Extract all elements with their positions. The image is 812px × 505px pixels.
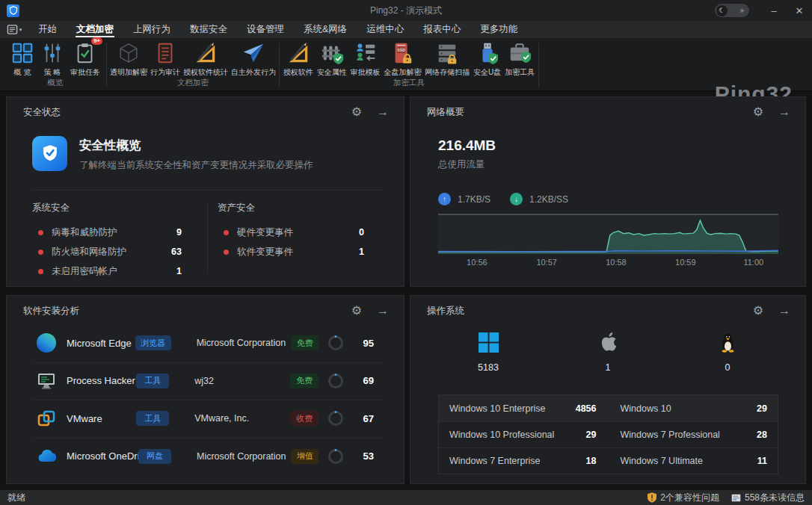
ribbon-button-secure-usb[interactable]: 安全U盘 (472, 41, 502, 78)
software-name: Process Hacker (67, 375, 136, 386)
stat-value: 1 (176, 266, 182, 276)
ribbon-button-authorized-software[interactable]: 授权软件 (282, 41, 315, 78)
total-traffic-label: 总使用流量 (438, 158, 485, 171)
tab-internet-behavior[interactable]: 上网行为 (123, 21, 180, 38)
ribbon-button-security-attributes[interactable]: 安全属性 (316, 41, 348, 78)
ribbon-button-label: 审批任务 (70, 67, 100, 78)
status-bar: 就绪 2个兼容性问题 558条未读信息 (0, 489, 812, 505)
security-status-panel: 安全状态 ⚙ → 安全性概览 了解终端当前系统安全性和资产变更情况并采取必要操作… (6, 96, 405, 287)
total-traffic-value: 216.4MB (438, 137, 496, 154)
chart-x-axis: 10:5610:5710:5810:5911:00 (438, 258, 778, 268)
os-count: 1 (606, 362, 611, 373)
ribbon-button-authorized-software-stats[interactable]: 授权软件统计 (182, 41, 230, 78)
gear-icon[interactable]: ⚙ (351, 305, 362, 317)
os-version-count: 18 (586, 456, 597, 466)
security-stat-row: 未启用密码帐户 1 (32, 261, 182, 281)
ribbon-button-behavior-audit[interactable]: 行为审计 (149, 41, 182, 78)
stat-value: 1 (359, 247, 364, 257)
ribbon-button-network-storage-scan[interactable]: 网络存储扫描 (423, 41, 471, 78)
red-dot-icon (224, 250, 229, 255)
score-ring (328, 449, 343, 464)
tab-document-encryption[interactable]: 文档加密 (67, 21, 123, 38)
window-title: Ping32 - 演示模式 (0, 4, 812, 17)
software-vendor: Microsoft Corporation (197, 451, 291, 462)
fence-shield-icon (320, 41, 344, 65)
software-row-vmware[interactable]: VMware 工具 VMware, Inc. 收费 67 (7, 400, 404, 438)
ribbon-button-full-disk-encryption[interactable]: SSD 全盘加解密 (382, 41, 422, 78)
unread-label: 558条未读信息 (745, 492, 805, 504)
stat-value: 63 (171, 247, 182, 257)
red-dot-icon (224, 230, 229, 235)
tab-ops-center[interactable]: 运维中心 (357, 21, 413, 38)
clipboard-check-icon: 9+ (73, 41, 97, 65)
ribbon-button-approval-template[interactable]: 审批模板 (349, 41, 382, 78)
os-version-count: 29 (586, 430, 597, 440)
red-dot-icon (38, 250, 43, 255)
software-list: Microsoft Edge 浏览器 Microsoft Corporation… (7, 324, 404, 475)
chart-tick-label: 10:57 (536, 258, 557, 267)
process-hacker-icon (37, 371, 56, 391)
ribbon-button-overview[interactable]: 概 览 (9, 41, 36, 78)
stat-label: 病毒和威胁防护 (52, 226, 117, 239)
tab-more-features[interactable]: 更多功能 (470, 21, 527, 38)
tab-data-security[interactable]: 数据安全 (180, 21, 237, 38)
software-row-onedrive[interactable]: Microsoft OneDrive 网盘 Microsoft Corporat… (7, 438, 404, 476)
theme-toggle[interactable]: ☾ ☀ (715, 4, 749, 17)
tab-report-center[interactable]: 报表中心 (413, 21, 470, 38)
chart-tick-label: 10:56 (467, 258, 487, 267)
window-controls: ☾ ☀ – ✕ (715, 0, 812, 21)
tab-device-management[interactable]: 设备管理 (237, 21, 294, 38)
os-version-name: Windows 7 Enterprise (449, 456, 541, 466)
os-version-count: 4856 (576, 403, 597, 414)
software-score: 67 (352, 413, 374, 424)
upload-rate: 1.7KB/S (458, 194, 490, 205)
ribbon-button-label: 透明加解密 (110, 67, 147, 78)
arrow-right-icon[interactable]: → (778, 305, 790, 317)
ribbon-button-label: 授权软件 (283, 67, 313, 78)
arrow-right-icon[interactable]: → (377, 106, 389, 118)
tab-start[interactable]: 开始 (28, 21, 67, 38)
os-version-table: Windows 10 Enterprise 4856 Windows 10 29… (438, 394, 778, 474)
ribbon-button-transparent-encryption[interactable]: 透明加解密 (108, 41, 149, 78)
gear-icon[interactable]: ⚙ (753, 305, 763, 317)
software-name: Microsoft OneDrive (67, 450, 138, 462)
ribbon-button-encryption-tools[interactable]: 加密工具 (503, 41, 536, 78)
arrow-right-icon[interactable]: → (377, 305, 389, 317)
section-title: 资产安全 (218, 202, 364, 214)
disk-lock-icon: SSD (390, 41, 414, 65)
ribbon-button-label: 加密工具 (505, 67, 535, 78)
message-icon (731, 494, 741, 502)
price-badge: 免费 (291, 335, 319, 350)
red-dot-icon (38, 230, 43, 235)
ribbon-button-label: 安全属性 (317, 67, 347, 78)
usb-shield-icon (476, 41, 499, 65)
ribbon-button-label: 网络存储扫描 (425, 67, 470, 78)
ribbon-group-doc-encryption: 透明加解密 行为审计 授权软件统计 (108, 38, 277, 90)
table-row: Windows 7 Enterprise 18 Windows 7 Ultima… (439, 447, 778, 474)
compatibility-issues[interactable]: 2个兼容性问题 (648, 492, 719, 504)
tab-system-network[interactable]: 系统&网络 (294, 21, 357, 38)
ribbon-group-overview: 概 览 策 略 9+ 审批任务 (6, 38, 105, 90)
gear-icon[interactable]: ⚙ (351, 106, 362, 118)
audit-list-icon (153, 41, 177, 65)
ribbon-button-label: 概 览 (14, 67, 31, 78)
software-row-edge[interactable]: Microsoft Edge 浏览器 Microsoft Corporation… (7, 324, 404, 362)
ribbon-button-approval-tasks[interactable]: 9+ 审批任务 (69, 41, 102, 78)
notification-badge: 9+ (91, 37, 102, 45)
arrow-right-icon[interactable]: → (778, 106, 790, 118)
software-score: 95 (352, 338, 374, 349)
ribbon-button-outgoing-behavior[interactable]: 自主外发行为 (230, 41, 277, 78)
software-row-process-hacker[interactable]: Process Hacker 工具 wj32 免费 69 (7, 362, 404, 400)
ribbon-button-policy[interactable]: 策 略 (39, 41, 66, 78)
panel-header: 安全状态 ⚙ → (7, 97, 404, 127)
minimize-button[interactable]: – (761, 0, 787, 21)
warning-shield-icon (648, 492, 656, 503)
unread-messages[interactable]: 558条未读信息 (731, 492, 805, 504)
gear-icon[interactable]: ⚙ (753, 106, 763, 118)
os-version-count: 11 (757, 456, 767, 466)
os-version-count: 28 (757, 430, 767, 440)
main-menu-button[interactable]: ▾ (0, 21, 28, 38)
close-button[interactable]: ✕ (787, 0, 812, 21)
ribbon-separator (279, 43, 280, 87)
stat-value: 0 (359, 227, 364, 238)
